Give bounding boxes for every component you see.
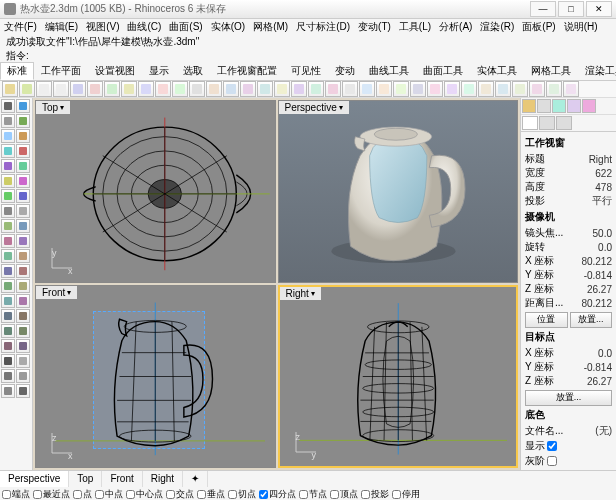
toolbar-icon[interactable] — [308, 81, 324, 97]
tool-button[interactable] — [1, 189, 15, 203]
tool-button[interactable] — [16, 309, 30, 323]
tool-button[interactable] — [16, 279, 30, 293]
osnap-1[interactable]: 最近点 — [33, 487, 70, 500]
viewport-tab-perspective[interactable]: Perspective — [0, 471, 69, 487]
tab-texture[interactable] — [556, 116, 572, 130]
viewport-top-label[interactable]: Top▾ — [36, 101, 70, 114]
viewport-tab-top[interactable]: Top — [69, 471, 102, 487]
toolbar-icon[interactable] — [138, 81, 154, 97]
toolbar-icon[interactable] — [206, 81, 222, 97]
osnap-5[interactable]: 交点 — [166, 487, 194, 500]
tool-button[interactable] — [16, 174, 30, 188]
toolbar-icon[interactable] — [376, 81, 392, 97]
menu-v[interactable]: 视图(V) — [82, 19, 123, 35]
tool-button[interactable] — [1, 294, 15, 308]
toolbar-icon[interactable] — [495, 81, 511, 97]
toolbar-tab[interactable]: 曲线工具 — [362, 62, 416, 80]
chevron-down-icon[interactable]: ▾ — [60, 103, 64, 112]
toolbar-icon[interactable] — [19, 81, 35, 97]
toolbar-icon[interactable] — [223, 81, 239, 97]
toolbar-tab[interactable]: 设置视图 — [88, 62, 142, 80]
toolbar-tab[interactable]: 工作视窗配置 — [210, 62, 284, 80]
tool-button[interactable] — [1, 384, 15, 398]
tool-button[interactable] — [16, 129, 30, 143]
tool-button[interactable] — [16, 339, 30, 353]
tool-button[interactable] — [1, 99, 15, 113]
toolbar-icon[interactable] — [325, 81, 341, 97]
tool-button[interactable] — [16, 189, 30, 203]
menu-l[interactable]: 工具(L) — [395, 19, 435, 35]
osnap-6[interactable]: 垂点 — [197, 487, 225, 500]
toolbar-icon[interactable] — [359, 81, 375, 97]
tool-button[interactable] — [16, 99, 30, 113]
toolbar-tab[interactable]: 网格工具 — [524, 62, 578, 80]
tool-button[interactable] — [16, 264, 30, 278]
menu-c[interactable]: 曲线(C) — [123, 19, 165, 35]
osnap-11[interactable]: 投影 — [361, 487, 389, 500]
toolbar-tab[interactable]: 渲染工具 — [578, 62, 616, 80]
tool-button[interactable] — [16, 219, 30, 233]
osnap-9[interactable]: 节点 — [299, 487, 327, 500]
toolbar-icon[interactable] — [512, 81, 528, 97]
toolbar-icon[interactable] — [478, 81, 494, 97]
menu-f[interactable]: 文件(F) — [0, 19, 41, 35]
toolbar-icon[interactable] — [444, 81, 460, 97]
toolbar-tab[interactable]: 变动 — [328, 62, 362, 80]
tool-button[interactable] — [16, 204, 30, 218]
toolbar-tab[interactable]: 选取 — [176, 62, 210, 80]
viewport-right[interactable]: Right▾ — [278, 285, 519, 468]
tool-button[interactable] — [1, 369, 15, 383]
osnap-7[interactable]: 切点 — [228, 487, 256, 500]
tool-button[interactable] — [1, 204, 15, 218]
toolbar-icon[interactable] — [87, 81, 103, 97]
menu-r[interactable]: 渲染(R) — [476, 19, 518, 35]
toolbar-icon[interactable] — [546, 81, 562, 97]
tool-button[interactable] — [1, 219, 15, 233]
tool-button[interactable] — [1, 309, 15, 323]
viewport-right-label[interactable]: Right▾ — [280, 287, 321, 300]
toolbar-icon[interactable] — [563, 81, 579, 97]
tool-button[interactable] — [16, 354, 30, 368]
menu-d[interactable]: 尺寸标注(D) — [292, 19, 354, 35]
viewport-tab-right[interactable]: Right — [143, 471, 183, 487]
menu-o[interactable]: 实体(O) — [207, 19, 249, 35]
tool-button[interactable] — [1, 114, 15, 128]
gray-checkbox[interactable] — [547, 456, 557, 466]
tool-button[interactable] — [1, 249, 15, 263]
toolbar-icon[interactable] — [393, 81, 409, 97]
menu-p[interactable]: 面板(P) — [518, 19, 559, 35]
properties-icon[interactable] — [522, 99, 536, 113]
toolbar-icon[interactable] — [257, 81, 273, 97]
toolbar-icon[interactable] — [53, 81, 69, 97]
display-icon[interactable] — [552, 99, 566, 113]
tool-button[interactable] — [1, 279, 15, 293]
show-checkbox[interactable] — [547, 441, 557, 451]
toolbar-tab[interactable]: 可见性 — [284, 62, 328, 80]
toolbar-icon[interactable] — [70, 81, 86, 97]
maximize-button[interactable]: □ — [558, 1, 584, 17]
tool-button[interactable] — [1, 324, 15, 338]
viewport-front[interactable]: Front▾ z x — [35, 285, 276, 468]
libraries-icon[interactable] — [582, 99, 596, 113]
tool-button[interactable] — [16, 249, 30, 263]
chevron-down-icon[interactable]: ▾ — [311, 289, 315, 298]
toolbar-icon[interactable] — [291, 81, 307, 97]
toolbar-tab[interactable]: 标准 — [0, 62, 34, 80]
tool-button[interactable] — [16, 324, 30, 338]
help-icon[interactable] — [567, 99, 581, 113]
toolbar-icon[interactable] — [461, 81, 477, 97]
tool-button[interactable] — [16, 369, 30, 383]
tool-button[interactable] — [16, 144, 30, 158]
osnap-0[interactable]: 端点 — [2, 487, 30, 500]
osnap-12[interactable]: 停用 — [392, 487, 420, 500]
tool-button[interactable] — [1, 144, 15, 158]
toolbar-icon[interactable] — [121, 81, 137, 97]
menu-m[interactable]: 网格(M) — [249, 19, 292, 35]
menu-h[interactable]: 说明(H) — [560, 19, 602, 35]
tool-button[interactable] — [16, 384, 30, 398]
menu-e[interactable]: 编辑(E) — [41, 19, 82, 35]
toolbar-tab[interactable]: 曲面工具 — [416, 62, 470, 80]
toolbar-icon[interactable] — [104, 81, 120, 97]
toolbar-icon[interactable] — [172, 81, 188, 97]
viewport-perspective[interactable]: Perspective▾ — [278, 100, 519, 283]
